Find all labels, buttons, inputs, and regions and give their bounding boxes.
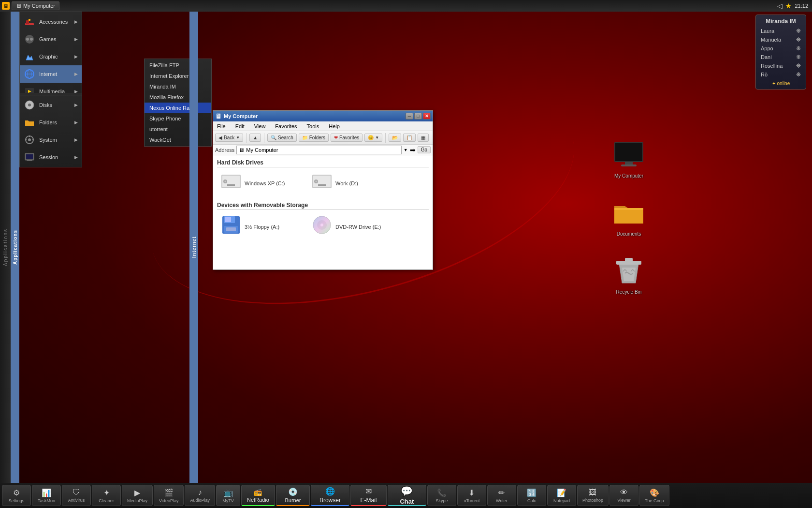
burner-icon: 💿	[288, 487, 298, 496]
taskbar-writer[interactable]: ✏ Writer	[487, 485, 516, 506]
submenu-nexus[interactable]: Nexus Online Radio	[145, 103, 211, 113]
taskbar-audioplay[interactable]: ♪ AudioPlay	[185, 485, 215, 506]
menu-item-session[interactable]: Session ▶	[20, 149, 82, 166]
contact-manuela[interactable]: Manuela ❋	[759, 35, 803, 44]
address-dropdown[interactable]: ▼	[404, 148, 408, 152]
folder-new-button[interactable]: 📂	[389, 134, 401, 142]
taskbar-skype[interactable]: 📞 Skype	[427, 485, 456, 506]
menu-item-graphic[interactable]: Graphic ▶	[20, 48, 82, 65]
favorites-label: Favorites	[339, 135, 359, 140]
taskbar-viewer[interactable]: 👁 Viewer	[609, 485, 638, 506]
contact-laura-icon: ❋	[796, 28, 801, 34]
drive-c[interactable]: Windows XP (C:)	[217, 170, 304, 196]
internet-tab[interactable]: Internet	[189, 12, 198, 483]
chat-icon: 💬	[401, 485, 413, 497]
taskbar-taskmon[interactable]: 📊 TaskMon	[32, 485, 61, 506]
menu-item-games[interactable]: Games ▶	[20, 30, 82, 48]
taskbar-thegimp[interactable]: 🎨 The Gimp	[639, 485, 669, 506]
desktop-icon-monitor[interactable]: My Computer	[610, 135, 648, 180]
drive-d[interactable]: Work (D:)	[308, 170, 395, 196]
contact-rosellina[interactable]: Rosellina ❋	[759, 61, 803, 70]
menu-item-folders[interactable]: Folders ▶	[20, 114, 82, 131]
taskbar-browser[interactable]: 🌐 Browser	[311, 485, 349, 506]
notepad-icon: 📝	[557, 488, 566, 497]
applications-tab[interactable]: Applications	[11, 12, 19, 483]
dvd-e[interactable]: DVD-RW Drive (E:)	[308, 213, 395, 240]
menu-view[interactable]: View	[252, 123, 268, 129]
menu-help[interactable]: Help	[327, 123, 342, 129]
maximize-button[interactable]: □	[414, 113, 422, 120]
submenu-utorrent[interactable]: utorrent	[145, 124, 211, 134]
folders-button[interactable]: 📁 Folders	[299, 134, 329, 142]
contact-dani[interactable]: Dani ❋	[759, 53, 803, 61]
addr-value: My Computer	[246, 147, 278, 153]
submenu-wackget[interactable]: WackGet	[145, 134, 211, 145]
taskbar-utorrent[interactable]: ⬇ uTorrent	[457, 485, 486, 506]
menu-item-system[interactable]: System ▶	[20, 131, 82, 149]
taskbar-antivirus[interactable]: 🛡 Antivirus	[62, 485, 91, 506]
thegimp-label: The Gimp	[645, 498, 664, 503]
taskbar-mytv[interactable]: 📺 MyTV	[216, 485, 240, 506]
dvd-e-icon	[312, 215, 332, 238]
disks-arrow: ▶	[74, 103, 78, 107]
taskbar-burner[interactable]: 💿 Burner	[276, 485, 310, 506]
menu-edit[interactable]: Edit	[233, 123, 246, 129]
submenu-skype[interactable]: Skype Phone	[145, 113, 211, 124]
views-button[interactable]: ▦	[418, 134, 429, 142]
minimize-button[interactable]: ─	[406, 113, 413, 120]
folders-label: Folders	[39, 120, 71, 125]
move-button[interactable]: 📋	[403, 134, 416, 142]
taskbar-netradio[interactable]: 📻 NetRadio	[241, 485, 275, 506]
submenu-ie[interactable]: Internet Explorer	[145, 71, 211, 81]
history-button[interactable]: 😊 ▼	[364, 134, 382, 142]
session-arrow: ▶	[74, 155, 78, 160]
favorites-button[interactable]: ❤ Favorites	[331, 134, 362, 142]
taskbar-notepad[interactable]: 📝 Notepad	[547, 485, 576, 506]
menu-favorites[interactable]: Favorites	[273, 123, 299, 129]
go-button[interactable]: Go	[418, 146, 431, 153]
close-button[interactable]: ✕	[423, 113, 431, 120]
taskbar-chat[interactable]: 💬 Chat	[388, 485, 426, 506]
utorrent-label: utorrent	[149, 126, 168, 132]
window-title-text: My Computer	[224, 113, 404, 119]
folder-new-icon: 📂	[392, 135, 398, 140]
submenu-filezilla[interactable]: FileZilla FTP	[145, 60, 211, 71]
address-navigate-icon[interactable]: ➡	[410, 146, 416, 154]
taskbar-cleaner[interactable]: ✦ Cleaner	[92, 485, 121, 506]
wackget-label: WackGet	[149, 137, 171, 143]
up-button[interactable]: ▲	[249, 134, 261, 142]
menu-item-disks[interactable]: Disks ▶	[20, 96, 82, 114]
contact-laura[interactable]: Laura ❋	[759, 27, 803, 35]
videoplay-label: VideoPlay	[159, 498, 178, 503]
address-input[interactable]: 🖥 My Computer	[236, 146, 401, 154]
taskbar-calc[interactable]: 🔢 Calc	[517, 485, 546, 506]
taskbar-email[interactable]: ✉ E-Mail	[350, 485, 387, 506]
menu-item-accessories[interactable]: Accessories ▶	[20, 13, 82, 30]
system-arrow: ▶	[74, 137, 78, 142]
taskbar-mediaplay[interactable]: ▶ MediaPlay	[122, 485, 153, 506]
back-button[interactable]: ◀ Back ▼	[215, 134, 243, 142]
floppy-a[interactable]: 3½ Floppy (A:)	[217, 213, 304, 240]
system-label: System	[39, 137, 71, 143]
contact-appo[interactable]: Appo ❋	[759, 44, 803, 53]
submenu-miranda[interactable]: Miranda IM	[145, 81, 211, 92]
calc-label: Calc	[527, 498, 536, 503]
search-button[interactable]: 🔍 Search	[267, 134, 297, 142]
submenu-firefox[interactable]: Mozilla Firefox	[145, 92, 211, 103]
settings-label: Settings	[9, 498, 25, 503]
internet-tab-label: Internet	[191, 237, 197, 258]
contact-dani-icon: ❋	[796, 54, 801, 60]
desktop-icon-folder[interactable]: Documents	[610, 194, 648, 239]
netradio-icon: 📻	[254, 488, 262, 496]
taskbar-settings[interactable]: ⚙ Settings	[2, 485, 31, 506]
menu-file[interactable]: File	[215, 123, 228, 129]
menu-item-internet[interactable]: Internet ▶	[20, 65, 82, 83]
taskbar-photoshop[interactable]: 🖼 Photoshop	[577, 485, 609, 506]
taskmon-icon: 📊	[42, 488, 51, 497]
skype-label: Skype	[435, 498, 448, 503]
taskbar-videoplay[interactable]: 🎬 VideoPlay	[154, 485, 184, 506]
contact-ro[interactable]: Rö ❋	[759, 70, 803, 79]
desktop-icon-recycle[interactable]: Recycle Bin	[610, 252, 648, 297]
window-task-mycomputer[interactable]: 🖥 My Computer	[12, 1, 59, 10]
menu-tools[interactable]: Tools	[305, 123, 321, 129]
